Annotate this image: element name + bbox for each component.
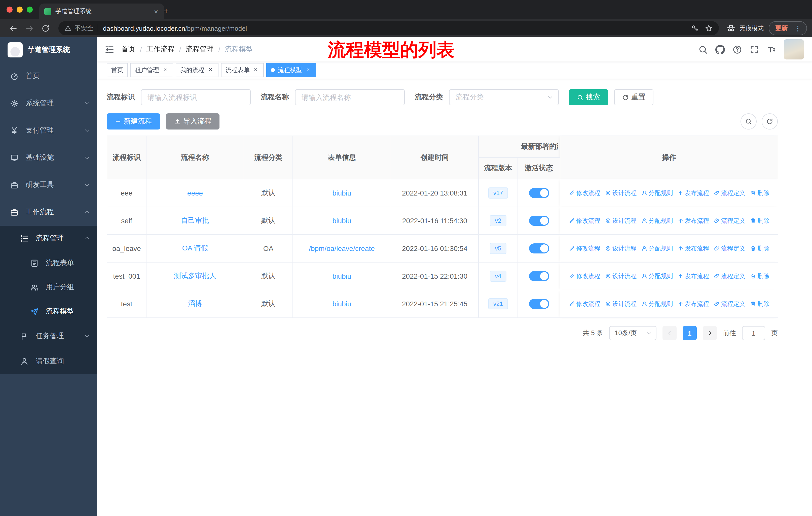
model-name-link[interactable]: OA 请假 [182,244,208,252]
publish-process-link[interactable]: 发布流程 [677,189,709,197]
fullscreen-icon[interactable] [750,45,759,54]
modify-process-link[interactable]: 修改流程 [569,216,600,225]
category-select[interactable]: 流程分类 [449,89,559,105]
zoom-window-button[interactable] [27,6,33,12]
form-info-link[interactable]: biubiu [332,217,351,225]
password-key-icon[interactable] [691,24,699,32]
assign-rule-link[interactable]: 分配规则 [641,244,673,253]
close-icon[interactable]: × [162,66,169,74]
sidebar-item-process-model[interactable]: 流程模型 [0,299,97,324]
goto-page-input[interactable] [742,326,765,340]
publish-process-link[interactable]: 发布流程 [677,272,709,280]
tag-process-model[interactable]: 流程模型× [266,63,316,77]
sidebar-item-leave-query[interactable]: 请假查询 [0,349,97,374]
minimize-window-button[interactable] [17,6,23,12]
user-avatar[interactable] [784,39,804,59]
app-logo[interactable]: 芋道管理系统 [0,37,97,62]
refresh-button[interactable] [762,113,778,130]
modify-process-link[interactable]: 修改流程 [569,189,600,197]
breadcrumb-process-manage[interactable]: 流程管理 [186,45,214,54]
process-definition-link[interactable]: 流程定义 [714,300,745,308]
publish-process-link[interactable]: 发布流程 [677,216,709,225]
close-icon[interactable]: × [304,66,312,74]
browser-tab[interactable]: 芋道管理系统 × [39,3,164,19]
search-icon[interactable] [698,45,708,54]
assign-rule-link[interactable]: 分配规则 [641,272,673,280]
sidebar-item-home[interactable]: 首页 [0,62,97,90]
close-icon[interactable]: × [252,66,259,74]
process-definition-link[interactable]: 流程定义 [714,216,745,225]
tab-close-icon[interactable]: × [153,7,159,16]
font-size-icon[interactable] [767,45,776,54]
design-process-link[interactable]: 设计流程 [605,300,637,308]
toggle-search-button[interactable] [741,113,757,130]
assign-rule-link[interactable]: 分配规则 [641,189,673,197]
model-name-link[interactable]: 测试多审批人 [174,272,216,280]
tag-home[interactable]: 首页 [107,63,128,77]
active-toggle[interactable] [529,271,549,281]
address-bar[interactable]: 不安全 dashboard.yudao.iocoder.cn/bpm/manag… [58,21,719,35]
process-definition-link[interactable]: 流程定义 [714,244,745,253]
delete-link[interactable]: 删除 [750,272,770,280]
design-process-link[interactable]: 设计流程 [605,244,637,253]
modify-process-link[interactable]: 修改流程 [569,272,600,280]
delete-link[interactable]: 删除 [750,189,770,197]
tag-my-process[interactable]: 我的流程× [176,63,219,77]
breadcrumb-home[interactable]: 首页 [121,45,136,54]
delete-link[interactable]: 删除 [750,244,770,253]
tag-tenant[interactable]: 租户管理× [130,63,173,77]
form-info-link[interactable]: /bpm/oa/leave/create [309,244,375,252]
model-name-link[interactable]: 滔博 [188,299,202,307]
close-icon[interactable]: × [207,66,214,74]
model-name-link[interactable]: 自己审批 [181,216,209,224]
design-process-link[interactable]: 设计流程 [605,216,637,225]
form-info-link[interactable]: biubiu [332,272,351,280]
page-size-select[interactable]: 10条/页 [609,326,657,340]
active-toggle[interactable] [529,188,549,198]
next-page-button[interactable] [703,326,717,340]
delete-link[interactable]: 删除 [750,216,770,225]
new-tab-button[interactable]: + [160,5,172,17]
design-process-link[interactable]: 设计流程 [605,272,637,280]
forward-button[interactable] [23,22,35,34]
close-window-button[interactable] [6,6,12,12]
prev-page-button[interactable] [663,326,676,340]
form-info-link[interactable]: biubiu [332,300,351,308]
assign-rule-link[interactable]: 分配规则 [641,216,673,225]
browser-menu-icon[interactable]: ⋮ [791,24,805,32]
sidebar-item-user-group[interactable]: 用户分组 [0,275,97,299]
import-process-button[interactable]: 导入流程 [166,113,220,130]
page-1-button[interactable]: 1 [683,326,697,340]
delete-link[interactable]: 删除 [750,300,770,308]
sidebar-item-process-manage[interactable]: 流程管理 [0,226,97,251]
reset-button[interactable]: 重置 [614,89,654,105]
process-definition-link[interactable]: 流程定义 [714,272,745,280]
github-icon[interactable] [715,45,725,54]
search-button[interactable]: 搜索 [569,89,608,105]
sidebar-collapse-icon[interactable] [97,37,121,61]
back-button[interactable] [7,22,19,34]
breadcrumb-workflow[interactable]: 工作流程 [146,45,175,54]
help-icon[interactable] [732,45,742,54]
sidebar-item-system[interactable]: 系统管理 [0,90,97,117]
active-toggle[interactable] [529,216,549,226]
sidebar-item-infrastructure[interactable]: 基础设施 [0,144,97,171]
process-id-input[interactable] [141,89,251,105]
bookmark-star-icon[interactable] [705,24,713,32]
assign-rule-link[interactable]: 分配规则 [641,300,673,308]
active-toggle[interactable] [529,243,549,253]
sidebar-item-task-manage[interactable]: 任务管理 [0,324,97,349]
tag-process-form[interactable]: 流程表单× [221,63,264,77]
publish-process-link[interactable]: 发布流程 [677,300,709,308]
create-process-button[interactable]: 新建流程 [107,113,160,130]
modify-process-link[interactable]: 修改流程 [569,244,600,253]
sidebar-item-payment[interactable]: 支付管理 [0,117,97,144]
process-definition-link[interactable]: 流程定义 [714,189,745,197]
form-info-link[interactable]: biubiu [332,189,351,197]
model-name-link[interactable]: eeee [187,189,203,197]
active-toggle[interactable] [529,299,549,309]
sidebar-item-workflow[interactable]: 工作流程 [0,198,97,226]
publish-process-link[interactable]: 发布流程 [677,244,709,253]
browser-update-button[interactable]: 更新 ⋮ [769,21,807,35]
sidebar-item-process-form[interactable]: 流程表单 [0,251,97,275]
